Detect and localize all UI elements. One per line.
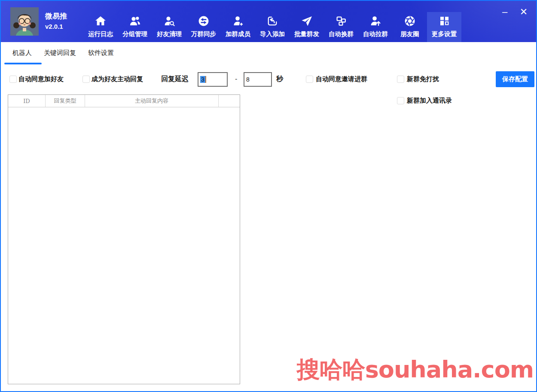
send-icon xyxy=(301,14,313,28)
nav-item-run-log[interactable]: 运行日志 xyxy=(83,12,118,42)
app-info: 微易推 v2.0.1 xyxy=(45,11,67,32)
header-bar: 微易推 v2.0.1 运行日志 分组管理 xyxy=(1,1,536,42)
switch-group-icon xyxy=(335,14,347,28)
delay-range-dash: - xyxy=(235,75,237,83)
close-button[interactable]: ✕ xyxy=(517,6,530,19)
moments-icon xyxy=(404,14,416,28)
main-nav: 运行日志 分组管理 xyxy=(83,12,461,42)
column-header-reply-content[interactable]: 主动回复内容 xyxy=(85,95,219,107)
nav-item-import-add[interactable]: 导入添加 xyxy=(255,12,290,42)
more-settings-icon xyxy=(438,14,450,28)
checkbox-reply-when-friend[interactable] xyxy=(82,76,90,83)
label-auto-accept-friend: 自动同意加好友 xyxy=(18,75,64,83)
pull-group-icon xyxy=(369,14,381,28)
add-member-icon xyxy=(232,14,244,28)
watermark-text: 搜哈哈souhaha.com xyxy=(297,354,534,386)
nav-item-more-settings[interactable]: 更多设置 xyxy=(427,12,461,42)
auto-reply-table: ID 回复类型 主动回复内容 xyxy=(8,94,240,384)
table-header-row: ID 回复类型 主动回复内容 xyxy=(8,95,240,107)
group-icon xyxy=(129,14,141,28)
label-seconds: 秒 xyxy=(276,75,283,84)
nav-item-friend-clean[interactable]: 好友清理 xyxy=(152,12,186,42)
checkbox-auto-accept-friend[interactable] xyxy=(9,76,17,83)
app-version: v2.0.1 xyxy=(45,21,67,32)
delay-max-input[interactable] xyxy=(244,72,272,87)
column-header-reply-type[interactable]: 回复类型 xyxy=(46,95,85,107)
active-tab-underline xyxy=(4,63,42,64)
save-config-button[interactable]: 保存配置 xyxy=(496,71,534,87)
column-header-extra xyxy=(219,95,240,107)
robot-settings-row: 自动同意加好友 成为好友主动回复 回复延迟 3 - 秒 自动同意邀请进群 新群免… xyxy=(1,70,536,89)
window-controls: – ✕ xyxy=(498,6,530,19)
nav-item-moments[interactable]: 朋友圈 xyxy=(393,12,427,42)
nav-item-bulk-send[interactable]: 批量群发 xyxy=(290,12,324,42)
tab-robot[interactable]: 机器人 xyxy=(12,49,32,57)
label-reply-delay: 回复延迟 xyxy=(161,75,189,84)
app-window: 微易推 v2.0.1 运行日志 分组管理 xyxy=(0,0,537,392)
checkbox-auto-accept-group-invite[interactable] xyxy=(306,76,313,83)
app-title: 微易推 xyxy=(45,11,67,21)
minimize-button[interactable]: – xyxy=(498,6,511,19)
nav-item-group-members[interactable]: 加群成员 xyxy=(221,12,255,42)
column-header-id[interactable]: ID xyxy=(8,95,46,107)
label-auto-accept-group-invite: 自动同意邀请进群 xyxy=(316,75,367,83)
nav-item-sync-groups[interactable]: 万群同步 xyxy=(186,12,221,42)
checkbox-new-group-to-contacts[interactable] xyxy=(397,97,404,104)
delay-min-selected-text: 3 xyxy=(200,76,206,83)
home-icon xyxy=(95,14,107,28)
user-avatar[interactable] xyxy=(10,7,39,36)
label-new-group-mute: 新群免打扰 xyxy=(407,75,439,83)
sync-icon xyxy=(198,14,210,28)
delay-min-input[interactable]: 3 xyxy=(198,72,228,87)
nav-item-group-manage[interactable]: 分组管理 xyxy=(118,12,152,42)
label-reply-when-friend: 成为好友主动回复 xyxy=(92,75,143,83)
table-body-empty xyxy=(8,107,240,384)
tab-software-settings[interactable]: 软件设置 xyxy=(88,49,114,57)
import-icon xyxy=(266,14,278,28)
tab-keyword-reply[interactable]: 关键词回复 xyxy=(44,49,76,57)
avatar-image xyxy=(10,7,39,36)
label-new-group-to-contacts: 新群加入通讯录 xyxy=(407,97,452,105)
nav-item-pull-group[interactable]: 自动拉群 xyxy=(358,12,393,42)
nav-item-switch-group[interactable]: 自动换群 xyxy=(324,12,358,42)
tab-bar: 机器人 关键词回复 软件设置 xyxy=(1,43,536,65)
friend-clean-icon xyxy=(163,14,175,28)
checkbox-new-group-mute[interactable] xyxy=(397,76,404,83)
